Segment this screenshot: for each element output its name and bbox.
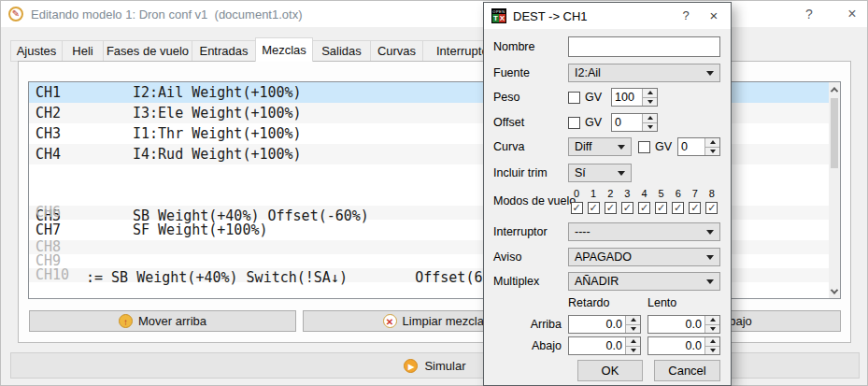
dialog-close-button[interactable]: ×: [704, 7, 723, 24]
abajo-lento-spinbox[interactable]: [647, 336, 720, 355]
scroll-down-icon[interactable]: [829, 284, 840, 298]
spin-up-icon[interactable]: [705, 138, 719, 147]
curva-gv-value[interactable]: [678, 138, 704, 155]
curva-value: Diff: [575, 140, 592, 153]
aviso-label: Aviso: [493, 250, 568, 264]
mixer-scrollbar[interactable]: [829, 82, 840, 298]
nombre-label: Nombre: [493, 40, 568, 53]
incluir-trim-label: Incluir trim: [493, 166, 568, 179]
spin-down-icon[interactable]: [705, 346, 719, 355]
arriba-lento-value[interactable]: [648, 316, 704, 333]
spin-down-icon[interactable]: [643, 122, 657, 132]
mix-text: I1:Thr Weight(+100%): [133, 123, 302, 144]
edit-model-icon: ✎: [8, 7, 23, 21]
channel-label: CH3: [29, 123, 133, 144]
mode-1-checkbox[interactable]: ✓: [588, 202, 600, 214]
scroll-up-icon[interactable]: [829, 82, 840, 96]
peso-gv-checkbox[interactable]: [568, 92, 580, 104]
tab-mezclas[interactable]: Mezclas: [255, 37, 313, 62]
row-fuente: Fuente I2:Ail: [493, 63, 720, 83]
channel-label: CH7: [29, 220, 133, 240]
spin-up-icon[interactable]: [626, 316, 640, 324]
mix-text: I4:Rud Weight(+100%): [133, 144, 302, 164]
scrollbar-thumb[interactable]: [831, 98, 838, 168]
interruptor-value: ----: [575, 225, 591, 238]
spin-down-icon[interactable]: [705, 324, 719, 334]
peso-spinbox[interactable]: [611, 88, 658, 107]
offset-value[interactable]: [612, 114, 642, 131]
tab-curvas[interactable]: Curvas: [370, 40, 423, 62]
interruptor-label: Interruptor: [493, 225, 568, 238]
mode-0-checkbox[interactable]: ✓: [571, 202, 583, 214]
mode-6-checkbox[interactable]: ✓: [672, 202, 684, 214]
spin-down-icon[interactable]: [626, 346, 640, 355]
interruptor-dropdown[interactable]: ----: [568, 222, 720, 241]
row-interruptor: Interruptor ----: [493, 222, 720, 242]
row-modos-de-vuelo: Modos de vuelo 0✓ 1✓ 2✓ 3✓ 4✓ 5✓ 6✓ 7✓ 8…: [493, 184, 720, 218]
tab-ajustes[interactable]: Ajustes: [10, 40, 63, 62]
mode-7-checkbox[interactable]: ✓: [689, 202, 701, 214]
incluir-trim-value: Sí: [575, 166, 586, 179]
mode-5-checkbox[interactable]: ✓: [655, 202, 667, 214]
curva-dropdown[interactable]: Diff: [568, 137, 632, 156]
mode-number: 6: [676, 188, 681, 199]
offset-spinbox[interactable]: [611, 113, 658, 132]
curva-gv-spinbox[interactable]: [677, 137, 720, 156]
arriba-lento-spinbox[interactable]: [647, 315, 720, 334]
move-up-button[interactable]: ↑ Mover arriba: [29, 310, 296, 332]
arriba-retardo-value[interactable]: [569, 316, 625, 333]
cancel-button[interactable]: Cancel: [654, 360, 720, 381]
row-incluir-trim: Incluir trim Sí: [493, 163, 720, 183]
aviso-value: APAGADO: [575, 250, 632, 264]
simulate-button[interactable]: ▶ Simular: [10, 352, 860, 379]
chevron-down-icon: [706, 279, 714, 284]
mode-number: 5: [659, 188, 664, 199]
spin-down-icon[interactable]: [643, 97, 657, 107]
curva-label: Curva: [493, 140, 568, 153]
mode-2-checkbox[interactable]: ✓: [605, 202, 617, 214]
clear-mixes-label: Limpiar mezclas: [403, 314, 491, 328]
channel-label: CH4: [29, 144, 133, 164]
spin-up-icon[interactable]: [705, 337, 719, 346]
abajo-retardo-value[interactable]: [569, 337, 625, 354]
multiplex-value: AÑADIR: [575, 275, 619, 288]
spin-down-icon[interactable]: [626, 324, 640, 334]
mode-number: 2: [607, 188, 613, 199]
dialog-help-button[interactable]: ?: [676, 7, 695, 24]
move-up-label: Mover arriba: [138, 314, 206, 328]
spin-down-icon[interactable]: [705, 147, 719, 156]
spin-up-icon[interactable]: [643, 114, 657, 122]
fuente-dropdown[interactable]: I2:Ail: [568, 64, 720, 82]
mode-number: 7: [692, 188, 698, 199]
tab-fases-de-vuelo[interactable]: Fases de vuelo: [103, 40, 192, 62]
incluir-trim-dropdown[interactable]: Sí: [568, 164, 632, 182]
abajo-lento-value[interactable]: [648, 337, 704, 354]
spin-up-icon[interactable]: [643, 89, 657, 97]
spin-up-icon[interactable]: [705, 316, 719, 324]
peso-value[interactable]: [612, 89, 642, 106]
tab-heli[interactable]: Heli: [62, 40, 104, 62]
window-title: Editando modelo 1: Dron conf v1 (documen…: [31, 7, 303, 21]
spin-up-icon[interactable]: [626, 337, 640, 346]
aviso-dropdown[interactable]: APAGADO: [568, 248, 720, 266]
fuente-label: Fuente: [493, 66, 568, 79]
mode-4-checkbox[interactable]: ✓: [638, 202, 650, 214]
window-close-button[interactable]: ×: [842, 6, 862, 22]
multiplex-dropdown[interactable]: AÑADIR: [568, 272, 720, 291]
channel-label: CH2: [29, 103, 133, 123]
window-help-button[interactable]: ?: [799, 6, 819, 22]
offset-gv-checkbox[interactable]: [568, 117, 580, 129]
offset-gv-label: GV: [585, 116, 602, 129]
tab-salidas[interactable]: Salidas: [312, 40, 371, 62]
row-offset: Offset GV: [493, 112, 720, 133]
mode-8-checkbox[interactable]: ✓: [705, 202, 718, 214]
mode-3-checkbox[interactable]: ✓: [621, 202, 633, 214]
arriba-retardo-spinbox[interactable]: [568, 315, 641, 334]
model-editor-window: ✎ Editando modelo 1: Dron conf v1 (docum…: [0, 0, 868, 386]
curva-gv-checkbox[interactable]: [638, 141, 650, 153]
mix-text: I3:Ele Weight(+100%): [133, 103, 302, 123]
tab-entradas[interactable]: Entradas: [192, 40, 256, 62]
abajo-retardo-spinbox[interactable]: [568, 336, 641, 355]
nombre-input[interactable]: [568, 36, 720, 57]
ok-button[interactable]: OK: [577, 360, 643, 381]
